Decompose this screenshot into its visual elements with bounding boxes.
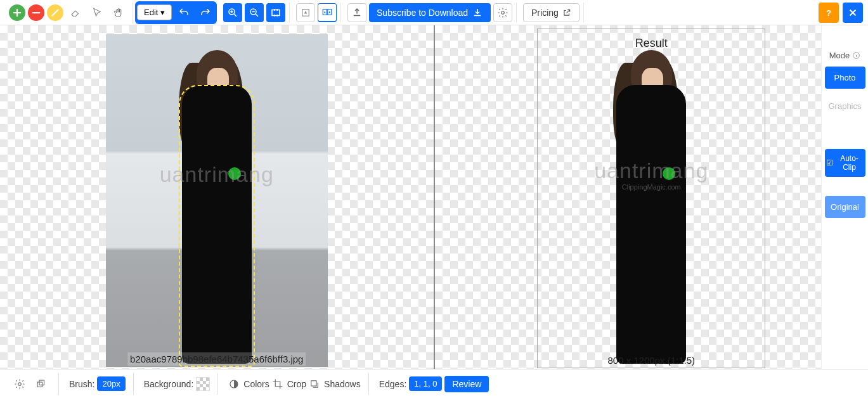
mode-label: Mode (829, 51, 861, 60)
gear-icon (14, 378, 25, 390)
fit-icon (270, 7, 282, 18)
adjust-group: Colors Crop Shadows (224, 373, 368, 395)
split-view-icon (321, 6, 333, 18)
pointer-button[interactable] (87, 3, 107, 22)
single-view-icon (300, 7, 311, 18)
export-group: Subscribe to Download (344, 3, 517, 23)
layers-button[interactable] (32, 375, 51, 394)
zoom-group (219, 3, 290, 23)
split-view-button[interactable] (318, 3, 337, 22)
minus-icon (30, 7, 42, 18)
autoclip-button[interactable]: ☑ Auto-Clip (825, 149, 865, 177)
close-icon (847, 7, 858, 18)
background-label: Background: (144, 379, 194, 389)
layers-icon (36, 378, 47, 390)
edit-dropdown-label: Edit (144, 8, 158, 17)
subscribe-label: Subscribe to Download (377, 8, 468, 18)
pan-button[interactable] (109, 3, 128, 22)
mode-photo-button[interactable]: Photo (825, 67, 865, 89)
colors-button[interactable]: Colors (228, 378, 269, 390)
svg-point-6 (502, 11, 505, 14)
bottom-settings-group (6, 373, 59, 395)
svg-rect-2 (272, 10, 280, 15)
slash-icon (49, 7, 61, 18)
result-panel[interactable]: Result uantrimang ClippingMagic.com 800 … (435, 25, 869, 369)
edges-group: Edges: 1, 1, 0 Review (375, 373, 497, 395)
edit-strip: Edit ▾ (135, 1, 217, 24)
zoom-in-button[interactable] (223, 3, 242, 22)
main-canvas-area: Original + Marks uantrimang b20aac9789bb… (0, 25, 868, 369)
svg-rect-10 (37, 382, 42, 387)
shadows-button[interactable]: Shadows (309, 378, 361, 390)
keep-mark-button[interactable] (9, 4, 25, 21)
crop-icon (272, 378, 283, 390)
svg-rect-12 (311, 380, 316, 385)
brush-value[interactable]: 20px (97, 376, 125, 391)
right-side-panel: Mode Photo Graphics ☑ Auto-Clip Original (821, 25, 868, 398)
mark-tools-group (5, 3, 133, 23)
pricing-label: Pricing (531, 8, 559, 18)
hair-mark-button[interactable] (47, 4, 63, 21)
pointer-icon (91, 7, 103, 18)
result-image: uantrimang ClippingMagic.com 800 x 1200p… (540, 34, 762, 367)
filename-label: b20aac9789bb98efe64b7435a6f6bff3.jpg (127, 352, 306, 366)
help-button[interactable]: ? (819, 3, 839, 23)
top-toolbar: Edit ▾ Subscribe to (0, 0, 868, 25)
zoom-in-icon (227, 7, 238, 18)
undo-button[interactable] (174, 3, 193, 22)
brush-group: Brush: 20px (65, 373, 134, 395)
question-icon: ? (826, 8, 831, 18)
svg-point-8 (18, 382, 22, 385)
edit-dropdown[interactable]: Edit ▾ (137, 4, 172, 20)
info-icon (852, 51, 860, 60)
keep-mark-dot (228, 167, 241, 180)
gear-icon (497, 7, 508, 18)
redo-icon (200, 7, 211, 18)
background-group: Background: (140, 373, 219, 395)
original-toggle-button[interactable]: Original (825, 196, 865, 218)
brush-label: Brush: (69, 379, 94, 389)
background-swatch[interactable] (196, 377, 210, 391)
check-icon: ☑ (826, 158, 833, 167)
original-panel[interactable]: Original + Marks uantrimang b20aac9789bb… (0, 25, 435, 369)
colors-icon (228, 378, 240, 390)
pricing-group: Pricing (519, 3, 584, 23)
result-subject (594, 50, 708, 367)
settings-button[interactable] (10, 375, 29, 394)
pricing-button[interactable]: Pricing (523, 3, 580, 22)
undo-icon (178, 7, 190, 18)
subscribe-download-button[interactable]: Subscribe to Download (369, 3, 491, 22)
bottom-toolbar: Brush: 20px Background: Colors Crop Shad… (0, 369, 868, 398)
edges-value[interactable]: 1, 1, 0 (409, 376, 442, 391)
redo-button[interactable] (196, 3, 215, 22)
keep-mark-dot (663, 167, 675, 180)
upload-button[interactable] (347, 3, 366, 22)
remove-mark-button[interactable] (28, 4, 44, 21)
shadows-icon (309, 378, 320, 390)
eraser-icon (70, 7, 81, 18)
upload-icon (351, 7, 363, 18)
crop-button[interactable]: Crop (272, 378, 306, 390)
single-view-button[interactable] (296, 3, 315, 22)
plus-icon (11, 7, 23, 18)
top-right-group: ? (819, 3, 863, 23)
view-group (292, 3, 341, 23)
hand-icon (113, 7, 124, 18)
zoom-out-button[interactable] (245, 3, 264, 22)
svg-rect-9 (39, 380, 44, 385)
external-link-icon (562, 8, 571, 17)
close-button[interactable] (843, 3, 863, 23)
fit-button[interactable] (266, 3, 285, 22)
original-image: uantrimang b20aac9789bb98efe64b7435a6f6b… (106, 34, 328, 367)
eraser-button[interactable] (66, 3, 85, 22)
settings-gear-button[interactable] (493, 3, 512, 22)
zoom-out-icon (249, 7, 260, 18)
edges-label: Edges: (379, 379, 407, 389)
mode-graphics-button[interactable]: Graphics (825, 95, 865, 117)
subject-silhouette (160, 50, 274, 367)
download-icon (472, 7, 483, 18)
dimensions-label: 800 x 1200px (1:1.5) (607, 355, 695, 366)
chevron-down-icon: ▾ (160, 8, 165, 17)
review-button[interactable]: Review (444, 376, 489, 392)
